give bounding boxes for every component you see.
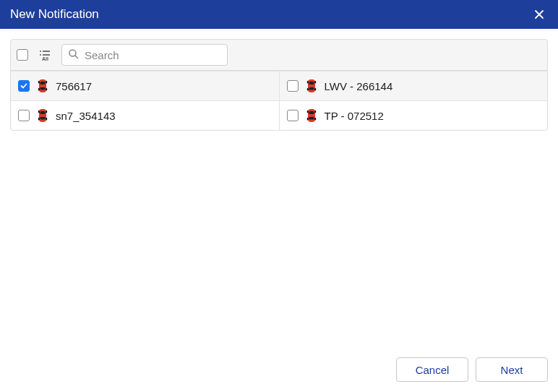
svg-rect-15: [309, 82, 314, 84]
svg-rect-16: [309, 87, 314, 90]
device-checkbox[interactable]: [287, 110, 299, 121]
device-item[interactable]: sn7_354143: [11, 100, 279, 130]
car-icon: [37, 77, 48, 95]
close-icon[interactable]: [531, 6, 548, 23]
list-all-icon[interactable]: All: [35, 45, 54, 64]
grid-row: 756617: [11, 71, 547, 100]
svg-rect-18: [314, 81, 316, 84]
svg-point-2: [40, 54, 41, 56]
device-checkbox[interactable]: [18, 110, 30, 121]
svg-rect-13: [46, 88, 47, 91]
device-label: sn7_354143: [56, 110, 116, 122]
dialog-footer: Cancel Next: [0, 357, 558, 392]
car-icon: [37, 107, 48, 124]
svg-rect-12: [38, 88, 40, 91]
svg-rect-32: [314, 110, 316, 113]
device-item[interactable]: TP - 072512: [279, 100, 548, 130]
device-grid: 756617: [10, 71, 548, 131]
svg-rect-20: [314, 88, 316, 91]
svg-rect-22: [40, 111, 46, 114]
car-icon: [306, 77, 317, 95]
device-checkbox[interactable]: [287, 80, 299, 92]
grid-row: sn7_354143: [11, 100, 547, 130]
svg-rect-9: [40, 87, 46, 90]
svg-rect-23: [40, 117, 46, 120]
device-label: LWV - 266144: [325, 80, 393, 92]
svg-rect-11: [46, 81, 47, 84]
search-input[interactable]: [83, 48, 221, 62]
svg-rect-10: [38, 81, 40, 84]
svg-rect-34: [314, 118, 316, 121]
car-icon: [306, 107, 317, 124]
toolbar: All: [10, 39, 548, 71]
svg-rect-28: [308, 109, 315, 122]
dialog-title: New Notification: [10, 7, 99, 22]
cancel-button[interactable]: Cancel: [396, 357, 468, 382]
titlebar: New Notification: [0, 0, 558, 29]
svg-rect-1: [43, 51, 50, 52]
device-label: 756617: [56, 80, 92, 92]
search-icon: [68, 48, 79, 61]
device-checkbox[interactable]: [18, 80, 30, 92]
search-field[interactable]: [61, 44, 228, 66]
svg-rect-26: [38, 118, 40, 121]
svg-rect-25: [46, 110, 47, 113]
svg-rect-8: [40, 82, 46, 84]
svg-rect-17: [306, 81, 308, 84]
svg-rect-29: [309, 111, 314, 114]
svg-rect-24: [38, 110, 40, 113]
next-button[interactable]: Next: [476, 357, 548, 382]
svg-text:All: All: [42, 56, 48, 61]
device-item[interactable]: 756617: [11, 71, 279, 100]
svg-rect-3: [43, 54, 50, 56]
svg-rect-31: [306, 110, 308, 113]
svg-point-0: [40, 51, 41, 52]
svg-rect-21: [39, 109, 46, 122]
dialog-body: All: [0, 29, 558, 357]
dialog: New Notification All: [0, 0, 558, 392]
svg-rect-30: [309, 117, 314, 120]
select-all-checkbox[interactable]: [17, 49, 28, 61]
svg-rect-14: [308, 79, 315, 92]
svg-rect-27: [46, 118, 47, 121]
svg-line-6: [75, 56, 78, 58]
svg-rect-19: [306, 88, 308, 91]
svg-rect-33: [306, 118, 308, 121]
svg-rect-7: [39, 79, 46, 92]
device-label: TP - 072512: [325, 110, 384, 122]
device-item[interactable]: LWV - 266144: [279, 71, 548, 100]
